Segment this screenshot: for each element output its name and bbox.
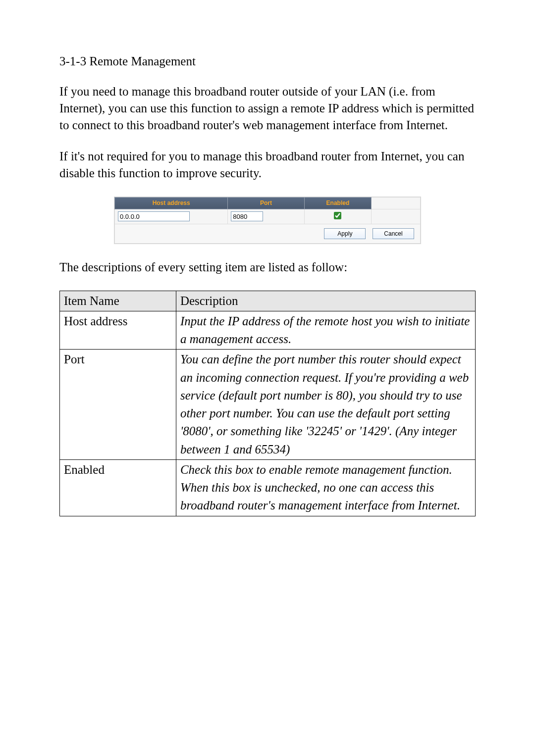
cancel-button[interactable]: Cancel [373, 228, 414, 239]
cell-description: You can define the port number this rout… [176, 350, 475, 460]
port-input[interactable] [231, 211, 263, 221]
cell-item-name: Host address [60, 311, 176, 350]
table-row: Port You can define the port number this… [60, 350, 476, 460]
col-header-host: Host address [115, 197, 228, 209]
section-title: 3-1-3 Remote Management [59, 54, 476, 68]
col-header-port: Port [228, 197, 304, 209]
remote-management-panel: Host address Port Enabled Apply Cancel [114, 197, 421, 244]
settings-description-table: Item Name Description Host address Input… [59, 291, 476, 516]
cell-item-name: Enabled [60, 459, 176, 516]
apply-button[interactable]: Apply [324, 228, 366, 239]
paragraph-intro-1: If you need to manage this broadband rou… [59, 83, 476, 133]
table-row: Host address Input the IP address of the… [60, 311, 476, 350]
col-header-empty [372, 197, 421, 209]
table-header-item-name: Item Name [60, 291, 176, 311]
cell-description: Input the IP address of the remote host … [176, 311, 475, 350]
cell-item-name: Port [60, 350, 176, 460]
table-header-description: Description [176, 291, 475, 311]
host-address-input[interactable] [118, 211, 190, 221]
table-header-row: Item Name Description [60, 291, 476, 311]
paragraph-table-intro: The descriptions of every setting item a… [59, 259, 476, 276]
table-row: Enabled Check this box to enable remote … [60, 459, 476, 516]
col-header-enabled: Enabled [304, 197, 372, 209]
paragraph-intro-2: If it's not required for you to manage t… [59, 148, 476, 182]
enabled-checkbox[interactable] [334, 212, 341, 219]
cell-description: Check this box to enable remote manageme… [176, 459, 475, 516]
